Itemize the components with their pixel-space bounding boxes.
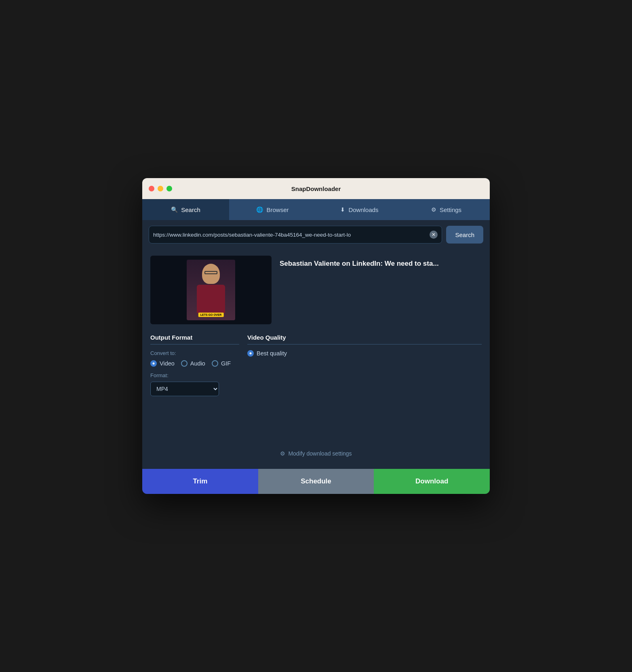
thumbnail-inner: LETS GO OVER xyxy=(187,260,235,320)
url-clear-button[interactable]: ✕ xyxy=(430,231,438,239)
radio-best-quality-input[interactable] xyxy=(247,350,254,357)
traffic-lights xyxy=(149,186,172,191)
close-button[interactable] xyxy=(149,186,154,191)
person-silhouette xyxy=(195,264,227,316)
format-select[interactable]: MP4 MKV AVI MOV WEBM xyxy=(150,382,219,396)
radio-gif[interactable]: GIF xyxy=(212,360,231,367)
search-button[interactable]: Search xyxy=(446,226,483,244)
trim-button[interactable]: Trim xyxy=(142,469,258,494)
settings-tab-icon: ⚙ xyxy=(431,206,436,213)
schedule-button[interactable]: Schedule xyxy=(258,469,374,494)
video-quality-column: Video Quality Best quality xyxy=(239,334,482,396)
video-thumbnail: LETS GO OVER xyxy=(150,256,272,324)
action-bar: Trim Schedule Download xyxy=(142,469,490,494)
radio-audio-label: Audio xyxy=(190,360,205,367)
url-input-wrapper: ✕ xyxy=(149,226,442,244)
tab-browser-label: Browser xyxy=(266,206,289,213)
video-title: Sebastian Valiente on LinkedIn: We need … xyxy=(280,256,439,269)
output-format-label: Output Format xyxy=(150,334,239,344)
tab-settings-label: Settings xyxy=(440,206,461,213)
tab-downloads-label: Downloads xyxy=(348,206,378,213)
video-badge: LETS GO OVER xyxy=(198,313,224,317)
gear-icon xyxy=(280,450,285,457)
format-label: Format: xyxy=(150,372,239,378)
person-body xyxy=(197,285,225,313)
tab-settings[interactable]: ⚙ Settings xyxy=(403,199,490,220)
modify-settings-label: Modify download settings xyxy=(288,450,352,457)
quality-radio-group: Best quality xyxy=(247,350,482,357)
download-button[interactable]: Download xyxy=(374,469,490,494)
window-title: SnapDownloader xyxy=(291,185,341,192)
main-content: LETS GO OVER Sebastian Valiente on Linke… xyxy=(142,249,490,469)
spacer xyxy=(150,396,482,445)
app-window: SnapDownloader 🔍 Search 🌐 Browser ⬇ Down… xyxy=(142,178,490,494)
title-bar: SnapDownloader xyxy=(142,178,490,199)
radio-video-label: Video xyxy=(160,360,175,367)
radio-best-quality[interactable]: Best quality xyxy=(247,350,482,357)
downloads-tab-icon: ⬇ xyxy=(340,206,345,213)
search-tab-icon: 🔍 xyxy=(171,206,178,213)
tab-search-label: Search xyxy=(181,206,200,213)
modify-settings[interactable]: Modify download settings xyxy=(150,445,482,462)
minimize-button[interactable] xyxy=(158,186,163,191)
maximize-button[interactable] xyxy=(166,186,172,191)
radio-best-quality-label: Best quality xyxy=(257,350,287,357)
tab-search[interactable]: 🔍 Search xyxy=(142,199,229,220)
tab-browser[interactable]: 🌐 Browser xyxy=(229,199,316,220)
person-head xyxy=(202,264,220,284)
radio-gif-input[interactable] xyxy=(212,360,218,367)
convert-to-label: Convert to: xyxy=(150,350,239,356)
radio-video-input[interactable] xyxy=(150,360,157,367)
radio-video[interactable]: Video xyxy=(150,360,175,367)
browser-tab-icon: 🌐 xyxy=(256,206,263,213)
url-input[interactable] xyxy=(153,232,430,238)
video-quality-label: Video Quality xyxy=(247,334,482,344)
url-bar-area: ✕ Search xyxy=(142,220,490,249)
video-section: LETS GO OVER Sebastian Valiente on Linke… xyxy=(150,256,482,324)
nav-tabs: 🔍 Search 🌐 Browser ⬇ Downloads ⚙ Setting… xyxy=(142,199,490,220)
tab-downloads[interactable]: ⬇ Downloads xyxy=(316,199,403,220)
radio-audio[interactable]: Audio xyxy=(181,360,205,367)
radio-gif-label: GIF xyxy=(221,360,231,367)
output-format-column: Output Format Convert to: Video Audio GI… xyxy=(150,334,239,396)
options-section: Output Format Convert to: Video Audio GI… xyxy=(150,334,482,396)
radio-audio-input[interactable] xyxy=(181,360,187,367)
person-glasses xyxy=(204,271,217,274)
convert-radio-group: Video Audio GIF xyxy=(150,360,239,367)
